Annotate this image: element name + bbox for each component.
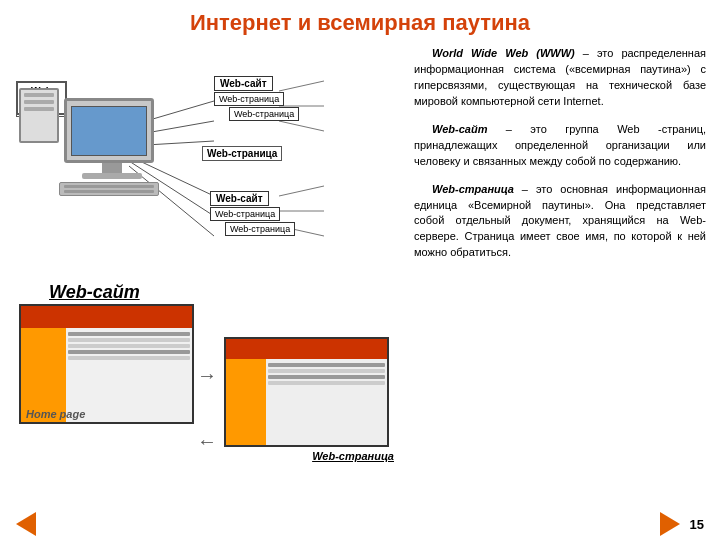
key-row: [64, 185, 154, 188]
nav-arrow-left[interactable]: [16, 512, 36, 536]
arrow-left-back: ←: [197, 430, 217, 453]
web-page-sub-1: Web-страница: [214, 92, 284, 106]
website-term: Web-сайт: [432, 123, 487, 135]
cpu-tower: [19, 88, 59, 143]
www-term: World Wide Web (WWW): [432, 47, 575, 59]
monitor-stand: [102, 163, 122, 173]
screenshot-line: [268, 363, 385, 367]
screenshot-inner-2: [226, 339, 387, 445]
monitor-screen: [71, 106, 147, 156]
computer-illustration: [64, 98, 159, 196]
web-page-sub-2: Web-страница: [229, 107, 299, 121]
keyboard-rows: [60, 183, 158, 195]
right-panel: World Wide Web (WWW) – это распределенна…: [414, 46, 706, 467]
screenshot-line: [68, 350, 190, 354]
web-site-group-1: Web-сайт Web-страница Web-страница: [214, 76, 299, 121]
home-page-label: Home page: [26, 408, 85, 420]
page-title: Интернет и всемирная паутина: [14, 10, 706, 36]
web-site-title-2: Web-сайт: [210, 191, 269, 206]
screenshot-line: [268, 375, 385, 379]
nav-arrow-right[interactable]: [660, 512, 680, 536]
web-page-sub-4: Web-страница: [225, 222, 295, 236]
screenshot-nav-1: [21, 306, 192, 328]
content-area: Web-страница Web-страница Web сервер: [14, 46, 706, 467]
para-website: Web-сайт – это группа Web -страниц, прин…: [414, 122, 706, 170]
page-number: 15: [690, 517, 704, 532]
key-row: [64, 190, 154, 193]
screenshot-sidebar-2: [226, 359, 266, 445]
screenshot-main-2: [266, 359, 387, 445]
arrow-right: →: [197, 364, 217, 387]
web-site-group-2: Web-сайт Web-страница Web-страница: [210, 191, 295, 236]
web-site-large-label: Web-сайт: [49, 282, 140, 303]
left-panel: Web-страница Web-страница Web сервер: [14, 46, 404, 467]
screenshot-body-2: [226, 359, 387, 445]
monitor-base: [82, 173, 142, 179]
web-site-title-1: Web-сайт: [214, 76, 273, 91]
para-www: World Wide Web (WWW) – это распределенна…: [414, 46, 706, 110]
cpu-slot: [24, 107, 54, 111]
screenshot-line: [268, 369, 385, 373]
web-page-label-bottom: Web-страница: [312, 450, 394, 462]
page: Интернет и всемирная паутина: [0, 0, 720, 540]
keyboard: [59, 182, 159, 196]
webpage-term: Web-страница: [432, 183, 514, 195]
screenshot-line: [68, 356, 190, 360]
para-webpage: Web-страница – это основная информационн…: [414, 182, 706, 262]
screenshot-line: [68, 338, 190, 342]
screenshot-nav-2: [226, 339, 387, 359]
screenshot-line: [268, 381, 385, 385]
screenshot-line: [68, 344, 190, 348]
monitor: [64, 98, 154, 163]
bottom-section: Web-сайт: [14, 282, 404, 467]
web-page-sub-3: Web-страница: [210, 207, 280, 221]
diagram: Web-страница Web-страница Web сервер: [14, 46, 404, 276]
cpu-slot: [24, 93, 54, 97]
web-page-label-mid: Web-страница: [202, 146, 282, 161]
screenshot-2: [224, 337, 389, 447]
screenshot-1: Home page: [19, 304, 194, 424]
screenshot-inner-1: [21, 306, 192, 422]
svg-line-8: [279, 121, 324, 131]
cpu-slot: [24, 100, 54, 104]
screenshot-line: [68, 332, 190, 336]
